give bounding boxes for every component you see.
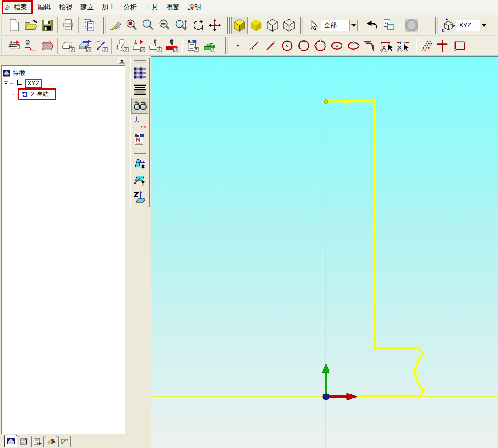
toolbar-grip[interactable] xyxy=(435,17,438,34)
toolbar-grip[interactable] xyxy=(225,37,228,54)
line-icon xyxy=(248,39,261,52)
toolbar-grip[interactable] xyxy=(103,17,106,34)
plane-z-button[interactable] xyxy=(131,188,148,205)
repaint-button[interactable] xyxy=(107,17,124,34)
circle-center-button[interactable] xyxy=(279,37,295,54)
trim-button[interactable] xyxy=(378,37,395,54)
drill-button[interactable] xyxy=(147,37,164,54)
surface-finish-button[interactable] xyxy=(76,37,93,54)
toolbar-grip[interactable] xyxy=(300,17,303,34)
report-doc-button[interactable] xyxy=(131,131,148,147)
glasses-button[interactable] xyxy=(131,98,148,114)
tree-root-row[interactable]: 特徵 xyxy=(3,68,124,78)
toolbar-grip[interactable] xyxy=(1,17,4,34)
menu-edit[interactable]: 編輯 xyxy=(34,1,55,13)
tool-path-button[interactable] xyxy=(131,37,147,54)
toolbar-grip[interactable] xyxy=(134,60,146,63)
ellipse-points-button[interactable] xyxy=(345,37,362,54)
flowline-button[interactable] xyxy=(114,37,131,54)
grid-points-button[interactable] xyxy=(418,37,435,54)
undo-button[interactable] xyxy=(364,17,380,34)
materials-tab-icon xyxy=(46,438,55,445)
save-file-button[interactable] xyxy=(39,17,55,34)
circle-points-button[interactable] xyxy=(312,37,329,54)
ruled-surface-button[interactable] xyxy=(93,37,110,54)
contour-mill-button[interactable] xyxy=(22,37,39,54)
zoom-dynamic-button[interactable] xyxy=(173,17,190,34)
tab-operations[interactable] xyxy=(18,436,30,447)
menu-view[interactable]: 檢視 xyxy=(55,1,76,13)
fillet-button[interactable] xyxy=(362,37,378,54)
tab-features[interactable] xyxy=(4,435,17,447)
divide-button[interactable] xyxy=(395,37,411,54)
panel-close-button[interactable] xyxy=(118,58,125,64)
chevron-down-icon[interactable] xyxy=(480,20,488,31)
plane-combo[interactable]: XYZ xyxy=(456,20,488,31)
select-button[interactable] xyxy=(304,17,321,34)
plane-selector-button[interactable] xyxy=(439,17,456,34)
point-icon xyxy=(232,39,244,52)
drawing-canvas[interactable] xyxy=(151,56,498,448)
toolbar-grip[interactable] xyxy=(227,17,230,34)
print-button[interactable] xyxy=(60,17,76,34)
toolbar-grip[interactable] xyxy=(1,37,4,54)
side-toolbar-box xyxy=(130,58,150,207)
menu-bar: 檔案 編輯 檢視 建立 加工 分析 工具 視窗 說明 xyxy=(0,0,498,15)
dimension-tab-icon xyxy=(60,438,69,445)
pocket-mill-button[interactable] xyxy=(39,37,55,54)
operation-sheet-button[interactable] xyxy=(185,37,201,54)
menu-tools[interactable]: 工具 xyxy=(141,1,162,13)
menu-help[interactable]: 說明 xyxy=(184,1,205,13)
zoom-out-button[interactable] xyxy=(157,17,173,34)
menu-machining[interactable]: 加工 xyxy=(98,1,119,13)
toolbar-grip[interactable] xyxy=(134,151,146,154)
chevron-down-icon[interactable] xyxy=(349,20,357,31)
tap-button[interactable] xyxy=(164,37,180,54)
menu-window[interactable]: 視窗 xyxy=(162,1,184,13)
plane-y-icon xyxy=(133,173,147,187)
line-endpoint-button[interactable] xyxy=(262,37,279,54)
verify-solid-button[interactable] xyxy=(201,37,218,54)
surface-finish-icon xyxy=(78,39,92,53)
tab-materials[interactable] xyxy=(45,436,57,447)
zoom-window-button[interactable] xyxy=(124,17,140,34)
plane-y-button[interactable] xyxy=(131,172,148,188)
shade-solid-button[interactable] xyxy=(231,17,248,34)
triad-pair-button[interactable] xyxy=(131,114,148,130)
tab-dimension[interactable] xyxy=(58,436,71,447)
tree-node-link[interactable]: 2 連結 xyxy=(3,88,124,100)
entity-filter-combo[interactable]: 全部 xyxy=(321,20,358,31)
line-button[interactable] xyxy=(246,37,262,54)
plane-x-button[interactable] xyxy=(131,155,148,172)
pan-button[interactable] xyxy=(207,17,223,34)
rectangle-button[interactable] xyxy=(452,37,468,54)
hidden-line-button[interactable] xyxy=(281,17,297,34)
operations-tab-icon xyxy=(20,438,29,445)
menu-create[interactable]: 建立 xyxy=(76,1,98,13)
tree-node-xyz[interactable]: XYZ xyxy=(3,78,124,88)
menu-file[interactable]: 檔案 xyxy=(12,2,30,13)
dimension-list-button[interactable] xyxy=(131,65,148,81)
tab-steps[interactable] xyxy=(31,436,44,447)
menu-analysis[interactable]: 分析 xyxy=(119,1,141,13)
report-doc-icon xyxy=(133,132,147,146)
cross-hatch-button[interactable] xyxy=(435,37,452,54)
circle-button[interactable] xyxy=(295,37,312,54)
surface-rough-button[interactable] xyxy=(60,37,76,54)
rotate-view-button[interactable] xyxy=(190,17,207,34)
circle-icon xyxy=(297,39,311,53)
zoom-button[interactable] xyxy=(140,17,157,34)
tree-node-xyz-label[interactable]: XYZ xyxy=(25,79,42,88)
copy-button[interactable] xyxy=(81,17,97,34)
shade-flat-button[interactable] xyxy=(248,17,264,34)
open-file-button[interactable] xyxy=(22,17,39,34)
point-button[interactable] xyxy=(229,37,246,54)
tree-node-link-label[interactable]: 2 連結 xyxy=(31,90,49,98)
collapse-toggle[interactable] xyxy=(4,81,8,85)
new-file-button[interactable] xyxy=(6,17,22,34)
ellipse-center-button[interactable] xyxy=(329,37,345,54)
align-lines-button[interactable] xyxy=(131,81,148,97)
wireframe-button[interactable] xyxy=(264,17,281,34)
face-mill-button[interactable] xyxy=(6,37,22,54)
paste-button[interactable] xyxy=(380,17,397,34)
